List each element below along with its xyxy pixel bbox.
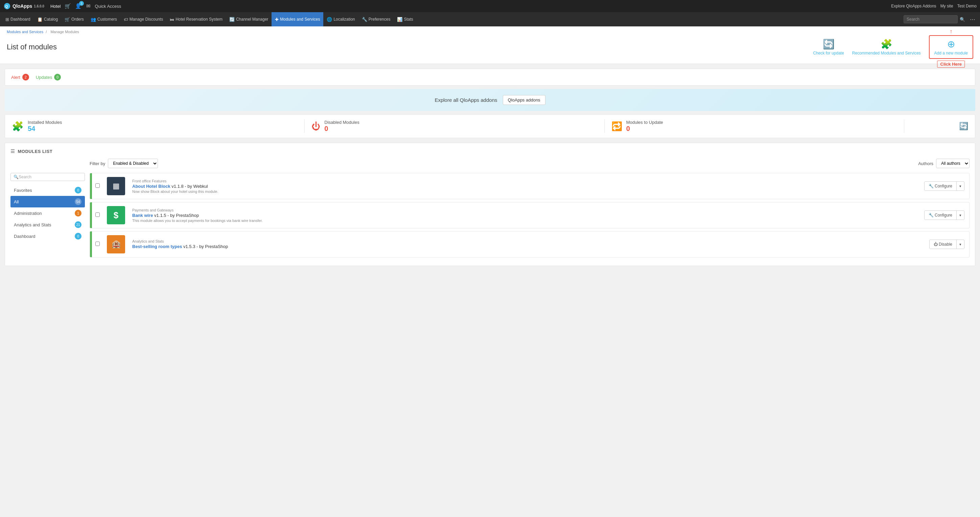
disable-btn[interactable]: ⏻ Disable ▾ (929, 239, 964, 249)
nav-search-input[interactable] (904, 15, 958, 23)
nav-search-icon[interactable]: 🔍 (960, 17, 965, 22)
installed-value: 54 (28, 125, 62, 132)
breadcrumb-parent[interactable]: Modules and Services (7, 30, 43, 34)
nav-catalog-label: Catalog (44, 17, 58, 22)
module-checkbox[interactable] (95, 184, 100, 188)
authors-label: Authors (918, 161, 933, 166)
stat-refresh[interactable]: 🔄 (911, 122, 968, 131)
discounts-icon: 🏷 (124, 17, 128, 22)
disabled-label: Disabled Modules (324, 120, 359, 125)
stats-row: 🧩 Installed Modules 54 ⏻ Disabled Module… (5, 114, 975, 138)
filter-select[interactable]: Enabled & Disabled Enabled Disabled (108, 159, 158, 168)
module-name-link[interactable]: Bank wire (132, 213, 153, 218)
explore-addons-btn[interactable]: Explore QloApps Addons (891, 4, 936, 8)
configure-btn-caret[interactable]: ▾ (957, 182, 964, 190)
page-header: Modules and Services / Manage Modules Li… (0, 26, 980, 64)
module-actions: 🔧 Configure ▾ (920, 181, 969, 191)
add-new-module-btn[interactable]: ↑ ⊕ Add a new module Click Here (929, 35, 973, 59)
sidebar-favorites-label: Favorites (14, 188, 32, 193)
module-desc: Now show Block about your hotel using th… (132, 190, 916, 193)
click-here-label: Click Here (937, 61, 965, 68)
module-name: Best-selling room types v1.5.3 - by Pres… (132, 244, 921, 249)
module-logo: ▦ (106, 176, 126, 196)
my-site-link[interactable]: My site (940, 4, 953, 8)
recommended-btn[interactable]: 🧩 Recommended Modules and Services (852, 38, 921, 56)
module-name: Bank wire v1.1.5 - by PrestaShop (132, 213, 916, 218)
nav-hotel-label: Hotel Reservation System (175, 17, 223, 22)
breadcrumb-current: Manage Modules (50, 30, 79, 34)
module-logo: $ (106, 205, 126, 225)
updates-tab[interactable]: Updates 0 (36, 74, 61, 81)
filter-by-label: Filter by (90, 161, 105, 166)
nav-discounts[interactable]: 🏷 Manage Discounts (120, 12, 166, 26)
sidebar-item-favorites[interactable]: Favorites 0 (11, 184, 85, 196)
authors-select[interactable]: All authors (936, 159, 969, 168)
add-new-label: Add a new module (934, 51, 968, 56)
customers-icon: 👥 (91, 17, 96, 22)
section-header: ☰ Modules List (11, 148, 969, 154)
module-info: Payments and Gateways Bank wire v1.1.5 -… (129, 205, 920, 225)
sidebar-admin-label: Administration (14, 211, 41, 216)
logo[interactable]: Q QloApps 1.6.0.0 (3, 2, 44, 10)
nav-localization[interactable]: 🌐 Localization (323, 12, 358, 26)
disable-btn-caret[interactable]: ▾ (957, 240, 964, 249)
nav-modules-label: Modules and Services (280, 17, 320, 22)
nav-stats-label: Stats (404, 17, 413, 22)
sidebar-item-administration[interactable]: Administration 1 (11, 207, 85, 219)
sidebar-item-analytics[interactable]: Analytics and Stats 21 (11, 219, 85, 230)
configure-btn[interactable]: 🔧 Configure ▾ (924, 211, 964, 220)
sidebar-search-input[interactable] (19, 175, 82, 179)
modules-body: 🔍 Favorites 0 All 54 Administration 1 An… (11, 173, 969, 260)
stat-disabled[interactable]: ⏻ Disabled Modules 0 (312, 120, 597, 132)
stat-installed[interactable]: 🧩 Installed Modules 54 (12, 120, 298, 132)
stats-icon: 📊 (397, 17, 402, 22)
user-badge: 1 (79, 1, 84, 6)
nav-customers[interactable]: 👥 Customers (87, 12, 120, 26)
nav-modules[interactable]: ✚ Modules and Services (272, 12, 323, 26)
module-checkbox[interactable] (95, 242, 100, 246)
stat-divider-1 (304, 120, 305, 133)
stat-divider-3 (904, 120, 904, 133)
module-name-link[interactable]: Best-selling room types (132, 244, 182, 249)
module-name-link[interactable]: About Hotel Block (132, 184, 170, 189)
test-demo-link[interactable]: Test Demo (957, 4, 977, 8)
check-update-btn[interactable]: 🔄 Check for update (813, 38, 844, 56)
nav-dashboard[interactable]: ⊞ Dashboard (2, 12, 34, 26)
sidebar-item-dashboard[interactable]: Dashboard 0 (11, 230, 85, 242)
module-checkbox-wrap (92, 212, 103, 218)
disable-btn-main[interactable]: ⏻ Disable (930, 240, 957, 249)
nav-orders-label: Orders (72, 17, 84, 22)
module-checkbox[interactable] (95, 212, 100, 217)
nav-orders[interactable]: 🛒 Orders (61, 12, 87, 26)
sidebar-all-label: All (14, 199, 19, 204)
sidebar-dashboard-badge: 0 (75, 233, 81, 239)
nav-localization-label: Localization (333, 17, 355, 22)
nav-hotel[interactable]: 🛏 Hotel Reservation System (166, 12, 226, 26)
authors-part: Authors All authors (918, 159, 969, 168)
stat-update[interactable]: 🔁 Modules to Update 0 (611, 120, 897, 132)
plus-circle-icon: ⊕ (947, 38, 955, 50)
user-icon[interactable]: 👤 1 (75, 3, 81, 9)
nav-dashboard-label: Dashboard (11, 17, 30, 22)
quick-access[interactable]: Quick Access (95, 4, 121, 9)
nav-preferences[interactable]: 🔧 Preferences (358, 12, 394, 26)
sidebar-dashboard-label: Dashboard (14, 234, 35, 239)
configure-btn-caret[interactable]: ▾ (957, 211, 964, 220)
modules-section: ☰ Modules List Filter by Enabled & Disab… (5, 143, 975, 266)
configure-btn-main[interactable]: 🔧 Configure (924, 182, 957, 190)
configure-btn[interactable]: 🔧 Configure ▾ (924, 181, 964, 191)
orders-icon: 🛒 (65, 17, 70, 22)
configure-btn-main[interactable]: 🔧 Configure (924, 211, 957, 220)
nav-more-icon[interactable]: ⋯ (967, 16, 978, 23)
nav-channel[interactable]: 🔄 Channel Manager (226, 12, 272, 26)
module-info: Front office Features About Hotel Block … (129, 176, 920, 196)
nav-stats[interactable]: 📊 Stats (394, 12, 416, 26)
nav-catalog[interactable]: 📋 Catalog (34, 12, 61, 26)
cart-icon[interactable]: 🛒 (65, 3, 71, 9)
alert-tab[interactable]: Alert 2 (11, 74, 29, 81)
catalog-icon: 📋 (37, 17, 43, 22)
mail-icon[interactable]: ✉ (86, 3, 91, 9)
alert-bar: Alert 2 Updates 0 (5, 69, 975, 86)
explore-addons-main-btn[interactable]: QloApps addons (503, 95, 546, 105)
sidebar-item-all[interactable]: All 54 (11, 196, 85, 207)
